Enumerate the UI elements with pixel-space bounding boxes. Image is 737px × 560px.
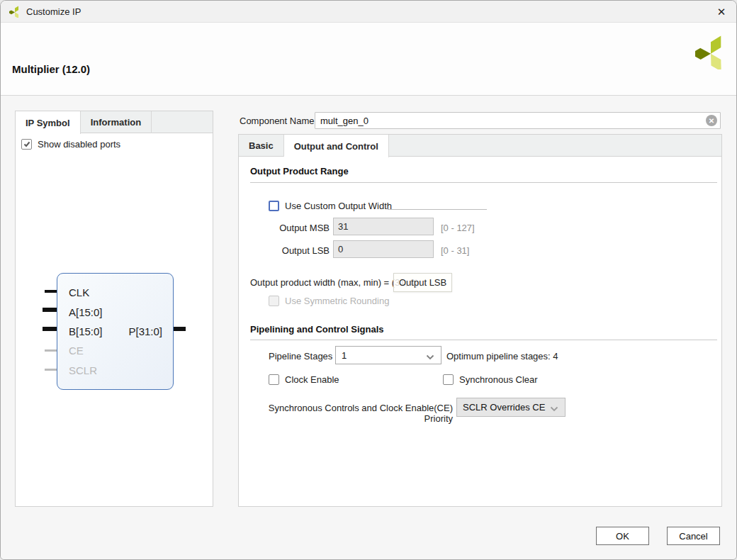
priority-value: SCLR Overrides CE [463, 402, 545, 413]
use-symmetric-rounding-label: Use Symmetric Rounding [285, 296, 389, 306]
show-disabled-ports-label: Show disabled ports [38, 139, 120, 150]
output-lsb-tooltip: Output LSB [393, 273, 452, 292]
clock-enable-row: Clock Enable [269, 374, 339, 385]
ok-button[interactable]: OK [596, 527, 649, 545]
chevron-down-icon [550, 406, 558, 412]
clock-enable-checkbox[interactable] [269, 374, 279, 385]
tab-ip-symbol[interactable]: IP Symbol [16, 111, 81, 134]
ip-symbol-panel: IP Symbol Information Show disabled port… [15, 111, 213, 507]
port-ce: CE [69, 345, 84, 357]
chevron-down-icon [426, 354, 434, 360]
cancel-button[interactable]: Cancel [667, 527, 720, 545]
tabstrip-filler [389, 135, 721, 156]
priority-label: Synchronous Controls and Clock Enable(CE… [248, 403, 453, 424]
pipeline-stages-value: 1 [342, 350, 347, 361]
clear-circle-icon[interactable]: ✕ [706, 115, 717, 126]
output-msb-input [333, 218, 434, 235]
p-port-stub [174, 327, 186, 331]
use-custom-output-width-row: Use Custom Output Width [269, 201, 392, 211]
use-symmetric-rounding-checkbox [269, 296, 279, 306]
use-symmetric-rounding-row: Use Symmetric Rounding [269, 296, 389, 306]
output-lsb-range: [0 - 31] [441, 245, 469, 256]
output-msb-range: [0 - 127] [441, 223, 475, 233]
section-divider [250, 340, 717, 340]
component-name-label: Component Name [240, 116, 315, 126]
tabstrip-filler [152, 111, 213, 133]
ip-title: Multiplier (12.0) [12, 63, 90, 75]
show-disabled-ports-checkbox[interactable] [21, 139, 32, 150]
close-icon[interactable]: ✕ [711, 2, 732, 21]
use-custom-output-width-label: Use Custom Output Width [285, 201, 392, 211]
tab-basic[interactable]: Basic [239, 135, 284, 157]
pipeline-stages-label: Pipeline Stages [269, 351, 332, 362]
clock-enable-label: Clock Enable [285, 374, 339, 385]
header: Multiplier (12.0) i Documentation IP Loc… [1, 23, 736, 96]
titlebar: Customize IP ✕ [1, 1, 736, 23]
port-sclr: SCLR [69, 364, 97, 377]
show-disabled-ports-row: Show disabled ports [21, 139, 120, 150]
xilinx-logo-icon [9, 6, 21, 18]
check-icon [23, 141, 30, 147]
use-custom-output-width-checkbox[interactable] [269, 201, 279, 211]
section-divider [250, 182, 717, 183]
window-title: Customize IP [26, 6, 81, 17]
pipeline-stages-select[interactable]: 1 [335, 346, 441, 364]
customize-ip-dialog: Customize IP ✕ Multiplier (12.0) i Docum… [0, 0, 737, 560]
port-clk: CLK [69, 286, 89, 299]
port-b: B[15:0] [69, 325, 103, 338]
priority-select: SCLR Overrides CE [456, 398, 566, 417]
b-port-stub [43, 327, 57, 331]
config-panel: Basic Output and Control Output Product … [238, 134, 722, 507]
a-port-stub [43, 308, 57, 312]
main-tabstrip: Basic Output and Control [239, 135, 721, 157]
output-lsb-input [333, 240, 434, 258]
component-name-input[interactable] [315, 112, 721, 129]
ip-symbol-block: CLK A[15:0] B[15:0] CE SCLR P[31:0] [57, 273, 174, 390]
tab-information[interactable]: Information [81, 111, 152, 133]
dialog-body: IP Symbol Information Show disabled port… [1, 96, 737, 560]
left-tabstrip: IP Symbol Information [16, 111, 213, 133]
sclr-port-stub [45, 369, 57, 371]
xilinx-logo-large-icon [695, 35, 726, 69]
synchronous-clear-checkbox[interactable] [443, 374, 454, 385]
output-lsb-label: Output LSB [269, 245, 330, 256]
tab-output-and-control[interactable]: Output and Control [284, 135, 389, 157]
port-a: A[15:0] [69, 306, 103, 319]
output-msb-label: Output MSB [269, 223, 330, 233]
port-p: P[31:0] [128, 325, 162, 338]
synchronous-clear-row: Synchronous Clear [443, 374, 538, 385]
inline-divider [388, 209, 487, 210]
pipelining-title: Pipelining and Control Signals [250, 324, 384, 335]
output-product-range-title: Output Product Range [250, 166, 349, 177]
optimum-pipeline-text: Optimum pipeline stages: 4 [446, 351, 558, 362]
ce-port-stub [45, 349, 57, 352]
synchronous-clear-label: Synchronous Clear [459, 374, 538, 385]
clk-port-stub [45, 290, 57, 293]
